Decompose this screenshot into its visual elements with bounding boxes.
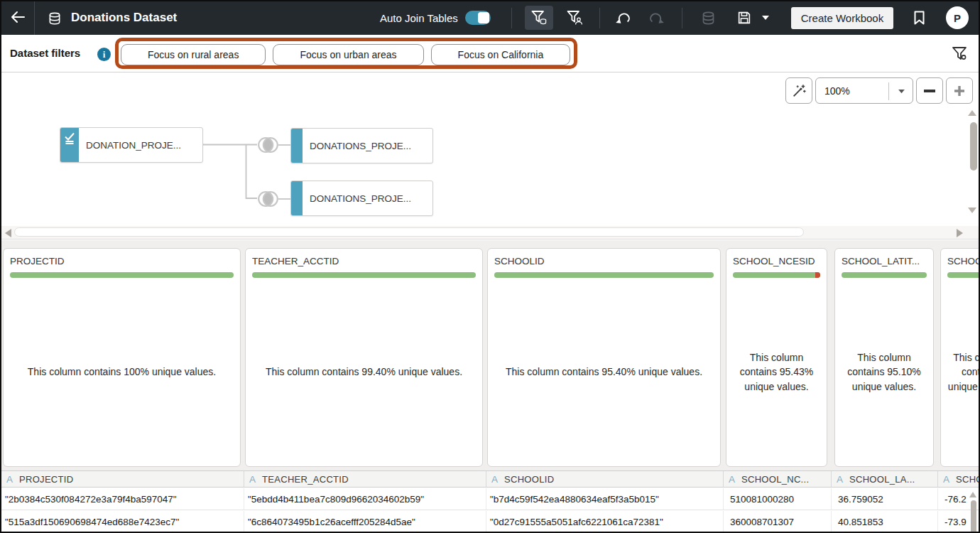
topbar: Donations Dataset Auto Join Tables [1,1,979,35]
filter-user-icon [566,9,583,26]
table-cell[interactable]: "b7d4c59f542ea4880634eaf5f3a5b015" [486,488,723,510]
join-icon[interactable] [257,136,279,154]
divider [599,8,600,28]
quality-tile[interactable]: PROJECTIDThis column contains 100% uniqu… [3,248,241,467]
workbook-filters-button[interactable] [560,6,589,30]
quality-tile[interactable]: SCHOOL_LATIT...This column contains 95.1… [834,248,934,467]
join-icon[interactable] [257,190,279,208]
horizontal-scrollbar-thumb[interactable] [14,227,804,237]
vertical-scrollbar-thumb[interactable] [971,500,976,533]
scroll-up-arrow[interactable] [968,110,976,116]
quality-tile[interactable]: SCHOOL_LONGIT...This column contains uni… [940,248,980,467]
quality-bar [252,272,476,278]
tile-message: This column contains 95.40% unique value… [488,278,720,466]
chevron-down-icon [898,89,905,94]
table-cell[interactable]: "2b0384c530f084272e3a79f4ba597047" [1,488,244,510]
back-button[interactable] [1,1,34,35]
table-cell[interactable]: "0d27c91555a5051afc6221061ca72381" [486,511,723,532]
table-cell[interactable]: 510081000280 [723,488,831,510]
scroll-up-arrow[interactable] [969,492,976,497]
avatar[interactable]: P [946,6,969,29]
text-type-icon: A [943,474,949,485]
table-node-donations-proje-1[interactable]: DONATIONS_PROJE... [290,128,433,163]
data-diagram-button[interactable] [694,6,722,30]
quality-tile[interactable]: SCHOOL_NCESIDThis column contains 95.43%… [726,248,827,467]
zoom-in-button[interactable] [946,77,973,104]
column-name: SCHOOL_NC... [741,474,809,485]
table-node-label: DONATIONS_PROJE... [310,193,411,204]
tile-column-name: SCHOOL_LONGIT... [947,256,980,266]
table-node-label: DONATIONS_PROJE... [310,141,411,151]
auto-join-label: Auto Join Tables [380,12,458,24]
tile-column-name: PROJECTID [10,256,234,266]
table-row[interactable]: "2b0384c530f084272e3a79f4ba597047""5ebdd… [1,488,979,510]
tile-message: This column contains 95.10% unique value… [835,278,933,466]
database-icon [701,11,716,26]
auto-layout-button[interactable] [785,77,812,104]
table-node-accent [60,128,79,162]
minus-icon [924,90,935,92]
text-type-icon: A [249,474,256,485]
page-title: Donations Dataset [71,11,177,25]
zoom-level-select[interactable]: 100% [815,77,913,104]
quality-bar [842,272,927,278]
quality-bar [947,272,980,278]
column-header[interactable]: ASCHOOL_LO... [937,471,980,487]
undo-icon [614,9,632,26]
zoom-controls: 100% [785,77,973,104]
table-node-donations-proje-2[interactable]: DONATIONS_PROJE... [290,181,433,216]
table-cell[interactable]: 40.851853 [831,511,937,532]
table-cell[interactable]: 36.759052 [831,488,937,510]
join-diagram-canvas: 100% [1,72,979,226]
quality-bar-alert [815,272,820,278]
filter-chip[interactable]: Focus on urban areas [273,44,423,65]
quality-tile[interactable]: TEACHER_ACCTIDThis column contains 99.40… [245,248,483,467]
scroll-down-arrow[interactable] [968,208,976,213]
tile-column-name: SCHOOLID [494,256,714,266]
text-type-icon: A [6,474,13,485]
auto-join-toggle[interactable] [465,11,491,25]
column-header[interactable]: ATEACHER_ACCTID [244,471,486,487]
table-cell[interactable]: "6c864073495b1c26acefff205284d5ae" [244,511,486,532]
zoom-level-value: 100% [824,85,850,97]
save-button[interactable] [730,6,758,30]
chevron-down-icon [761,15,770,21]
column-name: TEACHER_ACCTID [262,474,349,485]
redo-button[interactable] [643,6,671,30]
column-header[interactable]: APROJECTID [1,471,244,487]
dataset-filters-button[interactable] [525,6,553,30]
scroll-left-arrow[interactable] [5,229,11,237]
filter-chip[interactable]: Focus on California [431,44,571,65]
save-menu-button[interactable] [756,6,775,30]
table-node-donation-proje[interactable]: DONATION_PROJE... [60,127,203,163]
filter-chip[interactable]: Focus on rural areas [121,44,266,65]
table-cell[interactable]: 360008701307 [723,511,831,532]
filter-dataset-icon [530,9,548,26]
vertical-scrollbar-thumb[interactable] [970,122,977,171]
table-cell[interactable]: "515a3df150690698474ed688e7423ec7" [1,511,244,532]
table-node-label: DONATION_PROJE... [86,140,181,151]
column-header[interactable]: ASCHOOLID [486,471,723,487]
table-cell[interactable]: "5ebdd4b411bea7c809d9662034602b59" [244,488,486,510]
prepared-data-icon [63,131,76,144]
create-workbook-button[interactable]: Create Workbook [791,7,893,29]
table-node-accent [291,129,303,163]
dataset-filters-label: Dataset filters [10,47,80,59]
info-icon[interactable]: i [97,48,111,61]
magic-wand-icon [791,83,807,99]
text-type-icon: A [491,474,498,485]
undo-button[interactable] [609,6,637,30]
zoom-out-button[interactable] [916,77,943,104]
horizontal-scrollbar[interactable] [1,226,979,239]
filter-settings-icon[interactable] [951,45,968,65]
scroll-right-arrow[interactable] [957,229,963,237]
quality-tiles: PROJECTIDThis column contains 100% uniqu… [1,240,979,470]
column-header[interactable]: ASCHOOL_LA... [831,471,937,487]
table-row[interactable]: "515a3df150690698474ed688e7423ec7""6c864… [1,511,979,533]
bookmark-button[interactable] [905,6,933,30]
column-header[interactable]: ASCHOOL_NC... [723,471,831,487]
column-name: SCHOOL_LA... [849,474,915,485]
quality-tile[interactable]: SCHOOLIDThis column contains 95.40% uniq… [487,248,721,467]
tile-message: This column contains 95.43% unique value… [726,278,827,466]
plus-icon [954,85,965,97]
